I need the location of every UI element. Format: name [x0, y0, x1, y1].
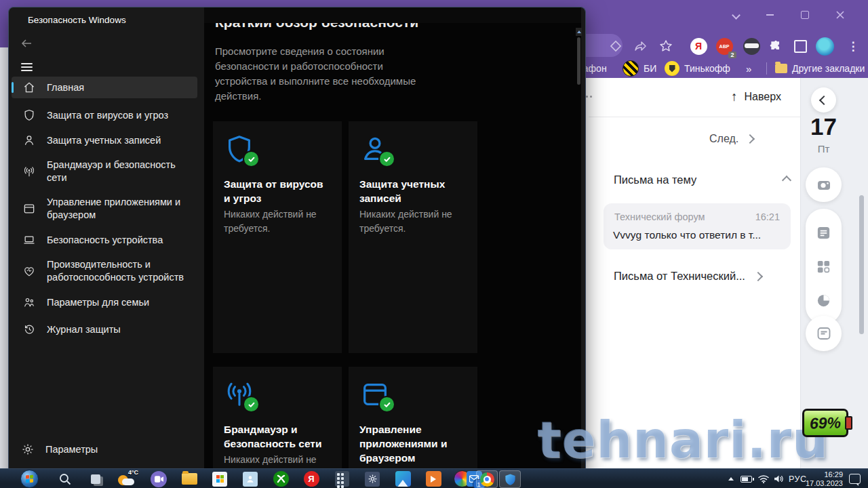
- bookmarks-separator: [766, 62, 767, 75]
- extensions-puzzle-icon[interactable]: [766, 37, 785, 56]
- security-content: Краткий обзор безопасности Просмотрите с…: [204, 7, 581, 482]
- mask-extension-icon[interactable]: [742, 37, 761, 56]
- protect-icon[interactable]: [606, 37, 625, 56]
- next-label: След.: [709, 133, 738, 145]
- yandex-browser-button[interactable]: Я: [301, 470, 321, 487]
- person-icon: [245, 474, 255, 484]
- nav-label: Главная: [47, 81, 84, 94]
- profile-avatar[interactable]: [815, 37, 834, 56]
- media-player-button[interactable]: [423, 470, 443, 487]
- nav-item-app-browser-control[interactable]: Управление приложениями и браузером: [12, 192, 197, 226]
- back-to-top-link[interactable]: ↑ Наверх: [731, 89, 781, 104]
- next-link[interactable]: След.: [709, 133, 753, 145]
- tile-account-protection[interactable]: Защита учетных записей Никаких действий …: [349, 121, 477, 353]
- nav-item-firewall[interactable]: Брандмауэр и безопасность сети: [12, 155, 197, 188]
- back-button[interactable]: [21, 39, 32, 51]
- photos-app-button[interactable]: [393, 470, 413, 487]
- calculator-button[interactable]: [332, 470, 352, 487]
- browser-tabsearch-chevron-icon[interactable]: [727, 8, 745, 22]
- tile-title: Управление приложениями и браузером: [359, 422, 467, 465]
- nav-label: Параметры: [45, 444, 98, 455]
- adblock-extension-icon[interactable]: ABP 2: [715, 37, 734, 56]
- people-app-button[interactable]: [240, 470, 260, 487]
- firewall-network-icon: [22, 165, 36, 178]
- search-icon: [58, 472, 72, 486]
- microsoft-store-button[interactable]: [210, 470, 230, 487]
- browser-maximize-button[interactable]: [796, 8, 814, 22]
- other-bookmarks-folder[interactable]: Другие закладки: [775, 60, 865, 77]
- letters-topic-section[interactable]: Письма на тему: [614, 174, 790, 186]
- nav-item-settings[interactable]: Параметры: [12, 439, 104, 460]
- battery-percent: 69%: [810, 413, 842, 433]
- tile-firewall[interactable]: Брандмауэр и безопасность сети Никаких д…: [213, 367, 342, 482]
- nav-menu-button[interactable]: [21, 63, 33, 71]
- share-icon[interactable]: [631, 37, 650, 56]
- xbox-button[interactable]: [271, 470, 291, 487]
- nav-item-account-protection[interactable]: Защита учетных записей: [12, 129, 197, 151]
- watermark: tehnari.ru: [537, 411, 829, 469]
- wifi-icon: [758, 474, 769, 483]
- tray-notifications-button[interactable]: [849, 469, 861, 488]
- tray-volume-icon[interactable]: [774, 469, 784, 488]
- bookmarks-overflow-chevron[interactable]: »: [746, 60, 751, 77]
- weather-widget[interactable]: 4°C: [117, 470, 137, 487]
- windows-security-window: Безопасность Windows Главная Защита от в…: [8, 7, 586, 482]
- settings-button[interactable]: [362, 470, 382, 487]
- tray-battery-icon[interactable]: [741, 469, 752, 488]
- camera-widget-button[interactable]: [806, 167, 842, 202]
- browser-close-button[interactable]: [831, 8, 849, 22]
- file-explorer-button[interactable]: [179, 470, 199, 487]
- letters-from-link[interactable]: Письма от Технический...: [614, 270, 762, 283]
- task-view-button[interactable]: [85, 470, 106, 487]
- nav-label: Производительность и работоспособность у…: [47, 258, 191, 284]
- chevron-left-icon: [818, 95, 828, 104]
- nav-item-device-performance[interactable]: Производительность и работоспособность у…: [12, 254, 197, 288]
- titlebar-cover: [204, 7, 581, 23]
- browser-minimize-button[interactable]: [761, 8, 778, 22]
- pie-chart-icon[interactable]: [816, 293, 831, 308]
- nav-item-home[interactable]: Главная: [12, 77, 197, 98]
- bookmark-tinkoff[interactable]: Тинькофф: [665, 60, 730, 77]
- xbox-icon: [277, 474, 285, 483]
- tile-app-browser-control[interactable]: Управление приложениями и браузером Ника…: [349, 367, 477, 482]
- caret-up-icon: [728, 477, 734, 481]
- mail-item[interactable]: Технический форум 16:21 Vvvyg только что…: [604, 203, 791, 249]
- bookmark-star-icon[interactable]: [656, 37, 675, 56]
- tile-title: Защита учетных записей: [359, 177, 467, 205]
- tile-virus-protection[interactable]: Защита от вирусов и угроз Никаких действ…: [213, 121, 342, 353]
- nav-label: Управление приложениями и браузером: [47, 196, 191, 222]
- calendar-day[interactable]: 17: [801, 113, 846, 140]
- check-badge-icon: [378, 396, 395, 413]
- notes-icon[interactable]: [816, 225, 831, 241]
- yandex-extension-icon[interactable]: Я: [689, 37, 708, 56]
- nav-item-device-security[interactable]: Безопасность устройства: [12, 229, 197, 251]
- close-icon: [836, 11, 844, 19]
- panel-collapse-button[interactable]: [811, 87, 836, 113]
- document-widget-button[interactable]: [806, 316, 842, 351]
- nav-label: Защита от вирусов и угроз: [47, 109, 168, 122]
- window-title: Безопасность Windows: [28, 15, 126, 25]
- windows-security-running-app[interactable]: [499, 470, 521, 488]
- tray-clock[interactable]: 16:29 17.03.2023: [804, 470, 843, 488]
- up-arrow-icon: ↑: [731, 89, 738, 104]
- nav-item-protection-history[interactable]: Журнал защиты: [12, 319, 197, 340]
- laptop-icon: [22, 233, 36, 247]
- apps-grid-icon[interactable]: [816, 259, 831, 274]
- diamond-icon: [610, 40, 622, 52]
- mail-time: 16:21: [755, 211, 780, 222]
- browser-menu-dots-icon[interactable]: ⋮: [844, 37, 863, 56]
- chat-app-button[interactable]: [149, 470, 169, 487]
- chrome-running-app[interactable]: [476, 470, 498, 488]
- start-button[interactable]: [19, 470, 39, 487]
- nav-item-virus-protection[interactable]: Защита от вирусов и угроз: [12, 104, 197, 126]
- panel-scrollbar[interactable]: [859, 195, 864, 334]
- star-icon: [659, 39, 673, 53]
- nav-item-family-options[interactable]: Параметры для семьи: [12, 291, 197, 313]
- tray-wifi-icon[interactable]: [758, 469, 769, 488]
- content-scrollbar[interactable]: [576, 28, 582, 462]
- bookmark-beeline[interactable]: БИ: [623, 60, 656, 77]
- search-button[interactable]: [55, 470, 75, 487]
- tray-show-hidden-icons[interactable]: [728, 469, 734, 488]
- sidebar-toggle-icon[interactable]: [791, 37, 810, 56]
- mail-sender: Технический форум: [614, 211, 705, 222]
